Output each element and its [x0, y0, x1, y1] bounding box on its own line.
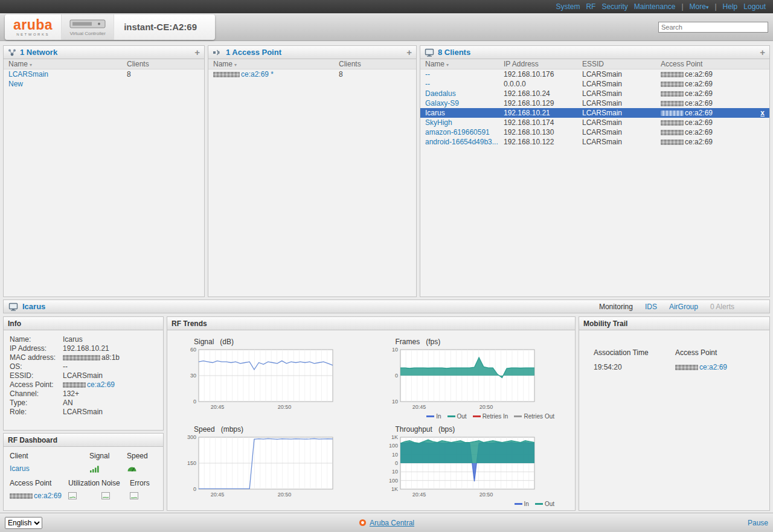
svg-text:30: 30 [190, 373, 196, 379]
speed-chart-legend [178, 500, 371, 508]
network-panel-header: 1 Network + [4, 46, 204, 59]
tab-ids[interactable]: IDS [645, 303, 657, 311]
network-row[interactable]: LCARSmain 8 [4, 69, 204, 79]
search-box [658, 22, 768, 33]
svg-text:20:50: 20:50 [479, 404, 493, 410]
client-row[interactable]: -- 0.0.0.0 LCARSmain ce:a2:69 [420, 79, 769, 89]
add-client-button[interactable]: + [760, 48, 765, 57]
controller-title: instant-CE:A2:69 [114, 22, 207, 32]
pause-link[interactable]: Pause [748, 519, 768, 527]
nav-help[interactable]: Help [723, 2, 738, 11]
signal-chart: Signal(dB) 6030020:4520:50 [170, 333, 371, 420]
aruba-logo: aruba NETWORKS [13, 18, 61, 36]
header-bar: aruba NETWORKS Virtual Controller instan… [0, 13, 773, 41]
speed-gauge-icon[interactable] [127, 466, 157, 472]
clients-table-header: Name▾ IP Address ESSID Access Point [420, 59, 769, 69]
nav-logout[interactable]: Logout [743, 2, 766, 11]
client-row-selected[interactable]: Icarus 192.168.10.21 LCARSmain ce:a2:69 … [420, 108, 769, 118]
rf-trends-panel: RF Trends Signal(dB) 6030020:4520:50 Fra… [167, 316, 576, 511]
info-access-point: ce:a2:69 [63, 380, 115, 389]
sort-caret-icon: ▾ [234, 62, 237, 68]
svg-text:20:45: 20:45 [211, 492, 225, 498]
svg-text:10: 10 [391, 452, 397, 458]
network-name-link[interactable]: LCARSmain [8, 70, 48, 79]
rf-client-link[interactable]: Icarus [10, 464, 30, 473]
nav-rf[interactable]: RF [586, 2, 595, 11]
client-name-link[interactable]: amazon-619660591 [425, 128, 490, 136]
client-name-link[interactable]: Daedalus [425, 89, 456, 98]
tab-airgroup[interactable]: AirGroup [669, 303, 698, 311]
controller-device-icon [69, 18, 106, 30]
redacted-mac [661, 139, 684, 145]
client-row[interactable]: -- 192.168.10.176 LCARSmain ce:a2:69 [420, 69, 769, 79]
network-sort-name[interactable]: Name▾ [8, 60, 127, 68]
client-name-link[interactable]: android-16654d49b3... [425, 138, 498, 146]
redacted-mac [661, 91, 684, 97]
signal-bars-icon[interactable] [89, 465, 127, 473]
network-table-header: Name▾ Clients [4, 59, 204, 69]
separator: | [681, 2, 683, 11]
redacted-mac [661, 101, 684, 106]
nav-maintenance[interactable]: Maintenance [634, 2, 676, 11]
aruba-central-link[interactable]: Aruba Central [370, 519, 414, 527]
info-ap-link[interactable]: ce:a2:69 [87, 380, 115, 389]
client-row[interactable]: Daedalus 192.168.10.24 LCARSmain ce:a2:6… [420, 89, 769, 98]
speed-chart-plot: 300150020:4520:50 [178, 435, 371, 500]
client-detail-bar: Icarus Monitoring IDS AirGroup 0 Alerts [3, 300, 770, 313]
new-network-row[interactable]: New [4, 79, 204, 89]
mobility-trail-title: Mobility Trail [583, 319, 627, 328]
chevron-down-icon: ▾ [706, 4, 709, 10]
client-name-link[interactable]: SkyHigh [425, 118, 452, 127]
redacted-ap-name [213, 72, 240, 77]
clients-sort-name[interactable]: Name▾ [425, 60, 504, 68]
client-row[interactable]: android-16654d49b3... 192.168.10.122 LCA… [420, 137, 769, 147]
info-os: -- [63, 362, 68, 371]
noise-sparkline-icon[interactable] [101, 492, 130, 499]
ap-name-link[interactable]: ce:a2:69 * [241, 70, 274, 79]
association-time: 19:54:20 [594, 363, 675, 371]
errors-sparkline-icon[interactable] [130, 492, 155, 499]
client-row[interactable]: amazon-619660591 192.168.10.130 LCARSmai… [420, 127, 769, 137]
search-input[interactable] [658, 22, 768, 33]
ap-sort-name[interactable]: Name▾ [213, 60, 339, 68]
tab-monitoring[interactable]: Monitoring [599, 303, 633, 311]
svg-text:300: 300 [187, 435, 196, 440]
redacted-mac [675, 365, 698, 370]
ap-panel-title: 1 Access Point [226, 48, 281, 57]
client-name-link[interactable]: -- [425, 70, 430, 79]
signal-chart-legend [178, 412, 371, 420]
svg-text:20:45: 20:45 [412, 492, 426, 498]
svg-text:10: 10 [391, 347, 397, 353]
client-name-link[interactable]: Galaxy-S9 [425, 99, 459, 107]
language-select[interactable]: English [5, 517, 42, 529]
nav-more[interactable]: More▾ [690, 2, 709, 11]
svg-text:60: 60 [190, 347, 196, 353]
utilization-sparkline-icon[interactable] [68, 492, 101, 499]
rf-ap-link[interactable]: ce:a2:69 [34, 492, 62, 500]
clients-col-ap: Access Point [661, 60, 765, 68]
ap-panel-header: 1 Access Point + [208, 46, 416, 59]
virtual-controller-image: Virtual Controller [61, 14, 114, 40]
rf-dashboard-panel: RF Dashboard Client Signal Speed Icarus [3, 433, 164, 511]
nav-security[interactable]: Security [601, 2, 627, 11]
ap-row[interactable]: ce:a2:69 * 8 [208, 69, 416, 79]
throughput-chart-plot: 1K100100101001K20:4520:50 [380, 435, 573, 500]
separator: | [714, 2, 716, 11]
mobility-ap-link[interactable]: ce:a2:69 [699, 363, 727, 371]
svg-text:20:45: 20:45 [211, 404, 225, 410]
nav-system[interactable]: System [556, 2, 580, 11]
client-name-link[interactable]: -- [425, 80, 430, 88]
clients-icon [425, 48, 434, 57]
throughput-chart-legend: InOut [380, 500, 573, 508]
ap-col-clients: Clients [339, 60, 411, 68]
speed-chart: Speed(mbps) 300150020:4520:50 [170, 420, 371, 508]
mobility-trail-panel: Mobility Trail Association Time Access P… [579, 316, 770, 511]
deselect-client-button[interactable]: x [760, 109, 765, 117]
client-name-link[interactable]: Icarus [425, 109, 445, 117]
add-network-button[interactable]: + [194, 48, 200, 57]
client-row[interactable]: Galaxy-S9 192.168.10.129 LCARSmain ce:a2… [420, 98, 769, 108]
new-network-link[interactable]: New [8, 80, 23, 88]
svg-text:10: 10 [391, 399, 397, 405]
add-ap-button[interactable]: + [406, 48, 412, 57]
client-row[interactable]: SkyHigh 192.168.10.174 LCARSmain ce:a2:6… [420, 118, 769, 127]
